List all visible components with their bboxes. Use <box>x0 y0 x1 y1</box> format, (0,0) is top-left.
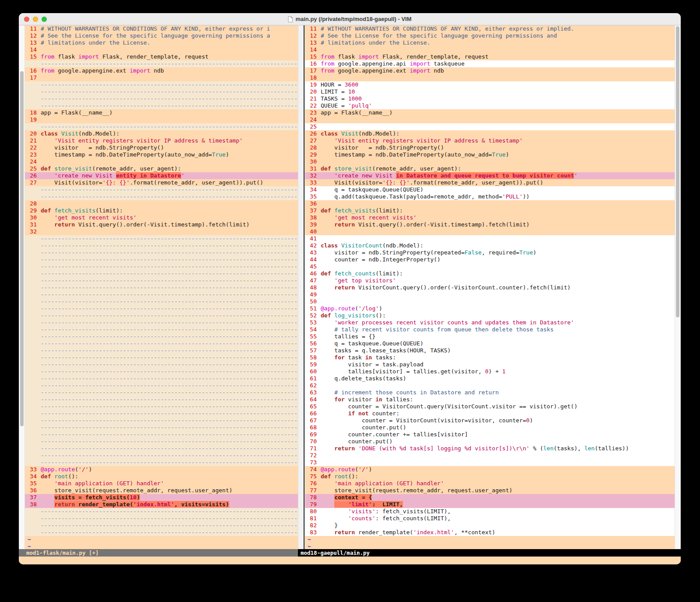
code-line[interactable]: 33@app.route('/') <box>25 466 298 473</box>
diff-filler-line[interactable]: ----------------------------------------… <box>25 88 298 95</box>
diff-filler-line[interactable]: ----------------------------------------… <box>25 291 298 298</box>
diff-filler-line[interactable]: ----------------------------------------… <box>25 368 298 375</box>
diff-filler-line[interactable]: ----------------------------------------… <box>25 389 298 396</box>
code-line[interactable]: 64 for visitor in tallies: <box>305 396 675 403</box>
left-scrollbar-thumb[interactable] <box>20 71 24 426</box>
code-line[interactable]: 39 return Visit.query().order(-Visit.tim… <box>305 221 675 228</box>
diff-filler-line[interactable]: ----------------------------------------… <box>25 361 298 368</box>
code-line[interactable]: 62 <box>305 382 675 389</box>
code-line[interactable]: 31def store_visit(remote_addr, user_agen… <box>305 165 675 172</box>
code-line[interactable]: 42class VisitorCount(ndb.Model): <box>305 242 675 249</box>
code-line[interactable]: 38 'get most recent visits' <box>305 214 675 221</box>
diff-filler-line[interactable]: ----------------------------------------… <box>25 270 298 277</box>
diff-filler-line[interactable]: ----------------------------------------… <box>25 396 298 403</box>
code-line[interactable]: 54 # tally recent visitor counts from qu… <box>305 326 675 333</box>
code-line[interactable]: 34def root(): <box>25 473 298 480</box>
diff-filler-line[interactable]: ----------------------------------------… <box>25 431 298 438</box>
code-line[interactable]: 47 'get top visitors' <box>305 277 675 284</box>
code-line[interactable]: 34 q = taskqueue.Queue(QUEUE) <box>305 186 675 193</box>
code-line[interactable]: 30 'get most recent visits' <box>25 214 298 221</box>
diff-filler-line[interactable]: ----------------------------------------… <box>25 193 298 200</box>
code-line[interactable]: 17 <box>25 74 298 81</box>
minimize-button[interactable] <box>33 17 38 22</box>
code-line[interactable]: 67 counter = VisitorCount(visitor=visito… <box>305 417 675 424</box>
diff-filler-line[interactable]: ----------------------------------------… <box>25 60 298 67</box>
diff-filler-line[interactable]: ----------------------------------------… <box>25 277 298 284</box>
code-line[interactable]: 41 <box>305 235 675 242</box>
code-line[interactable]: 58 for task in tasks: <box>305 354 675 361</box>
diff-filler-line[interactable]: ----------------------------------------… <box>25 312 298 319</box>
diff-filler-line[interactable]: ----------------------------------------… <box>25 95 298 102</box>
code-line[interactable]: 40 <box>305 228 675 235</box>
code-line[interactable]: 48 return VisitorCount.query().order(-Vi… <box>305 284 675 291</box>
code-line[interactable]: 32 <box>25 228 298 235</box>
code-line[interactable]: 18 <box>305 74 675 81</box>
empty-buffer-tilde-line[interactable]: ~ <box>305 543 675 549</box>
diff-filler-line[interactable]: ----------------------------------------… <box>25 235 298 242</box>
code-line[interactable]: 50 <box>305 298 675 305</box>
code-line[interactable]: 76 'main application (GET) handler' <box>305 480 675 487</box>
diff-filler-line[interactable]: ----------------------------------------… <box>25 298 298 305</box>
code-line[interactable]: 22QUEUE = 'pullq' <box>305 102 675 109</box>
code-line[interactable]: 16from google.appengine.ext import ndb <box>25 67 298 74</box>
code-line[interactable]: 28 <box>25 200 298 207</box>
diff-filler-line[interactable]: ----------------------------------------… <box>25 186 298 193</box>
diff-filler-line[interactable]: ----------------------------------------… <box>25 333 298 340</box>
code-line[interactable]: 43 visitor = ndb.StringProperty(repeated… <box>305 249 675 256</box>
zoom-button[interactable] <box>42 17 47 22</box>
empty-buffer-tilde-line[interactable]: ~ <box>25 543 298 549</box>
diff-filler-line[interactable]: ----------------------------------------… <box>25 256 298 263</box>
diff-filler-line[interactable]: ----------------------------------------… <box>25 263 298 270</box>
right-editor-pane[interactable]: 11# WITHOUT WARRANTIES OR CONDITIONS OF … <box>305 25 675 549</box>
code-line[interactable]: 74@app.route('/') <box>305 466 675 473</box>
empty-buffer-tilde-line[interactable]: ~ <box>305 536 675 543</box>
code-line[interactable]: 51@app.route('/log') <box>305 305 675 312</box>
code-line[interactable]: 21TASKS = 1000 <box>305 95 675 102</box>
code-line[interactable]: 35 'main application (GET) handler' <box>25 480 298 487</box>
code-line[interactable]: 80 'visits': fetch_visits(LIMIT), <box>305 508 675 515</box>
diff-filler-line[interactable]: ----------------------------------------… <box>25 102 298 109</box>
code-line[interactable]: 27 Visit(visitor='{}: {}'.format(remote_… <box>25 179 298 186</box>
code-line[interactable]: 37def fetch_visits(limit): <box>305 207 675 214</box>
diff-filler-line[interactable]: ----------------------------------------… <box>25 326 298 333</box>
code-line[interactable]: 25 <box>305 123 675 130</box>
code-line[interactable]: 36 store_visit(request.remote_addr, requ… <box>25 487 298 494</box>
code-line[interactable]: 14 <box>25 46 298 53</box>
code-line[interactable]: 14 <box>305 46 675 53</box>
code-line[interactable]: 38 return render_template('index.html', … <box>25 501 298 508</box>
diff-filler-line[interactable]: ----------------------------------------… <box>25 452 298 459</box>
code-line[interactable]: 26class Visit(ndb.Model): <box>305 130 675 137</box>
code-line[interactable]: 56 q = taskqueue.Queue(QUEUE) <box>305 340 675 347</box>
diff-filler-line[interactable]: ----------------------------------------… <box>25 515 298 522</box>
code-line[interactable]: 81 'counts': fetch_counts(LIMIT), <box>305 515 675 522</box>
code-line[interactable]: 37 visits = fetch_visits(10) <box>25 494 298 501</box>
code-line[interactable]: 11# WITHOUT WARRANTIES OR CONDITIONS OF … <box>305 25 675 32</box>
diff-filler-line[interactable]: ----------------------------------------… <box>25 417 298 424</box>
code-line[interactable]: 25def store_visit(remote_addr, user_agen… <box>25 165 298 172</box>
code-line[interactable]: 45 <box>305 263 675 270</box>
diff-filler-line[interactable]: ----------------------------------------… <box>25 382 298 389</box>
code-line[interactable]: 13# limitations under the License. <box>25 39 298 46</box>
code-line[interactable]: 33 Visit(visitor='{}: {}'.format(remote_… <box>305 179 675 186</box>
diff-filler-line[interactable]: ----------------------------------------… <box>25 438 298 445</box>
code-line[interactable]: 17from google.appengine.ext import ndb <box>305 67 675 74</box>
code-line[interactable]: 61 q.delete_tasks(tasks) <box>305 375 675 382</box>
code-line[interactable]: 55 tallies = {} <box>305 333 675 340</box>
code-line[interactable]: 18app = Flask(__name__) <box>25 109 298 116</box>
code-line[interactable]: 60 tallies[visitor] = tallies.get(visito… <box>305 368 675 375</box>
code-line[interactable]: 32 'create new Visit in Datastore and qu… <box>305 172 675 179</box>
diff-filler-line[interactable]: ----------------------------------------… <box>25 508 298 515</box>
code-line[interactable]: 66 if not counter: <box>305 410 675 417</box>
code-line[interactable]: 15from flask import Flask, render_templa… <box>305 53 675 60</box>
diff-filler-line[interactable]: ----------------------------------------… <box>25 459 298 466</box>
code-line[interactable]: 69 counter.counter += tallies[visitor] <box>305 431 675 438</box>
empty-buffer-tilde-line[interactable]: ~ <box>25 536 298 543</box>
diff-filler-line[interactable]: ----------------------------------------… <box>25 340 298 347</box>
code-line[interactable]: 26 'create new Visit entity in Datastore… <box>25 172 298 179</box>
right-scrollbar[interactable] <box>675 25 681 549</box>
code-line[interactable]: 29def fetch_visits(limit): <box>25 207 298 214</box>
code-line[interactable]: 78 context = { <box>305 494 675 501</box>
code-line[interactable]: 53 'worker processes recent visitor coun… <box>305 319 675 326</box>
code-line[interactable]: 79 'limit': LIMIT, <box>305 501 675 508</box>
code-line[interactable]: 77 store_visit(request.remote_addr, requ… <box>305 487 675 494</box>
